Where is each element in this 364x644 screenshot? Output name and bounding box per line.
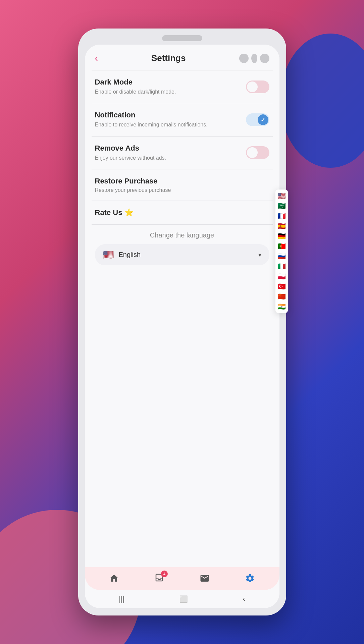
flag-tr[interactable]: 🇹🇷: [277, 282, 286, 291]
nav-item-home[interactable]: [109, 573, 119, 583]
page-title: Settings: [151, 53, 186, 63]
settings-content: Dark Mode Enable or disable dark/light m…: [85, 70, 279, 567]
inbox-badge: 4: [161, 571, 168, 577]
flag-sa[interactable]: 🇸🇦: [277, 202, 286, 210]
phone-frame: ‹ Settings Dark Mode Enable or disable d…: [78, 29, 286, 615]
notification-thumb: ✓: [258, 114, 268, 125]
system-nav: ||| ⬜ ‹: [85, 590, 279, 608]
back-button[interactable]: ‹: [95, 54, 98, 63]
chevron-down-icon: ▾: [258, 251, 261, 259]
flag-fr[interactable]: 🇫🇷: [277, 212, 286, 220]
system-nav-back[interactable]: ‹: [243, 595, 245, 603]
flag-it[interactable]: 🇮🇹: [277, 262, 286, 271]
app-header: ‹ Settings: [85, 45, 279, 70]
nav-item-mail[interactable]: [200, 573, 210, 583]
checkmark-icon: ✓: [261, 117, 265, 123]
header-icon-2: [251, 54, 257, 63]
dark-mode-toggle[interactable]: [246, 80, 269, 93]
notification-text: Notification Enable to receive incoming …: [95, 111, 246, 128]
mail-icon: [200, 573, 210, 583]
dark-mode-thumb: [247, 82, 258, 92]
phone-top: [85, 35, 279, 41]
nav-item-settings[interactable]: [245, 573, 255, 583]
flag-ru[interactable]: 🇷🇺: [277, 252, 286, 261]
restore-purchase-desc: Restore your previous purchase: [95, 187, 269, 193]
language-section: Change the language 🇺🇸 English ▾: [85, 225, 279, 270]
rate-us-title: Rate Us ⭐: [95, 208, 269, 217]
flag-pl[interactable]: 🇵🇱: [277, 272, 286, 281]
flag-in[interactable]: 🇮🇳: [277, 302, 286, 311]
remove-ads-thumb: [247, 147, 258, 158]
flag-de[interactable]: 🇩🇪: [277, 232, 286, 240]
system-nav-home[interactable]: ⬜: [179, 595, 188, 603]
flags-sidebar: 🇺🇸 🇸🇦 🇫🇷 🇪🇸 🇩🇪 🇵🇹 🇷🇺 🇮🇹 🇵🇱 🇹🇷 🇨🇳 🇮🇳: [275, 190, 288, 313]
remove-ads-text: Remove Ads Enjoy our service without ads…: [95, 144, 246, 162]
language-selector[interactable]: 🇺🇸 English ▾: [95, 244, 269, 265]
dark-mode-title: Dark Mode: [95, 78, 239, 87]
dark-mode-desc: Enable or disable dark/light mode.: [95, 88, 239, 96]
flag-es[interactable]: 🇪🇸: [277, 222, 286, 230]
remove-ads-desc: Enjoy our service without ads.: [95, 154, 239, 162]
header-icon-3: [260, 54, 269, 63]
notification-title: Notification: [95, 111, 239, 119]
flag-us[interactable]: 🇺🇸: [277, 192, 286, 200]
bottom-nav: 4: [85, 567, 279, 590]
header-icons: [239, 54, 269, 63]
nav-item-inbox[interactable]: 4: [154, 573, 164, 584]
remove-ads-title: Remove Ads: [95, 144, 239, 153]
phone-screen: ‹ Settings Dark Mode Enable or disable d…: [85, 45, 279, 608]
system-nav-recent[interactable]: |||: [119, 595, 124, 603]
gear-icon: [245, 573, 255, 583]
remove-ads-toggle[interactable]: [246, 146, 269, 159]
notification-row: Notification Enable to receive incoming …: [85, 103, 279, 136]
restore-purchase-title: Restore Purchase: [95, 177, 269, 185]
phone-notch: [162, 35, 202, 41]
rate-us-row[interactable]: Rate Us ⭐: [85, 201, 279, 224]
language-flag: 🇺🇸: [103, 250, 114, 260]
notification-desc: Enable to receive incoming emails notifi…: [95, 121, 239, 128]
bg-shape-blue: [280, 34, 364, 168]
dark-mode-row: Dark Mode Enable or disable dark/light m…: [85, 70, 279, 103]
language-name: English: [119, 251, 253, 259]
home-icon: [109, 573, 119, 583]
flag-pt[interactable]: 🇵🇹: [277, 242, 286, 251]
language-label: Change the language: [95, 231, 269, 239]
remove-ads-row: Remove Ads Enjoy our service without ads…: [85, 137, 279, 169]
header-icon-1: [239, 54, 249, 63]
restore-purchase-row[interactable]: Restore Purchase Restore your previous p…: [85, 169, 279, 201]
notification-toggle[interactable]: ✓: [246, 113, 269, 126]
flag-cn[interactable]: 🇨🇳: [277, 292, 286, 301]
dark-mode-text: Dark Mode Enable or disable dark/light m…: [95, 78, 246, 96]
